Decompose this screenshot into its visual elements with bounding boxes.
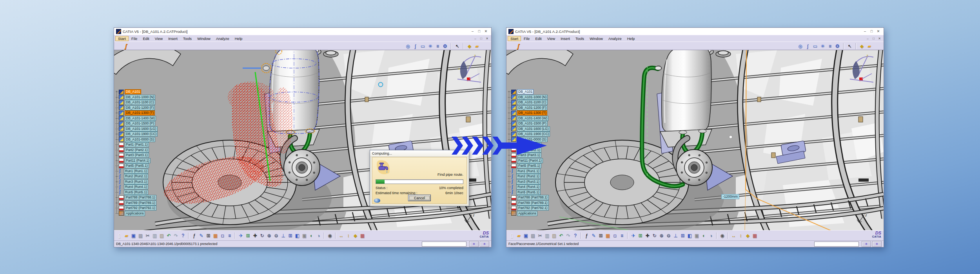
tree-item[interactable]: DB_A101-1100 (C) [115,100,158,105]
select-cursor-icon[interactable]: ↖ [846,43,853,50]
tree-node-icon[interactable] [119,185,123,189]
catalog-icon[interactable]: ▰ [866,43,873,50]
tree-node-icon[interactable] [119,142,124,147]
menu-analyze[interactable]: Analyze [213,36,232,41]
mdi-minimize-icon[interactable]: ‒ [473,37,477,40]
tree-node-icon[interactable] [119,211,124,216]
tree-node-icon[interactable] [511,158,516,163]
tree-node-icon[interactable] [119,175,123,178]
tree-node-icon[interactable] [119,116,124,121]
iso-view-icon[interactable]: ◧ [686,233,693,239]
tree-node-icon[interactable] [511,206,516,211]
print-icon[interactable]: ▤ [530,233,536,239]
iso-view-icon[interactable]: ◧ [294,233,301,239]
task-list-icon[interactable]: ≡ [827,43,833,50]
measure-between-icon[interactable]: ↔ [338,233,345,239]
task-list-icon[interactable]: ≡ [434,43,441,50]
zoom-in-icon[interactable]: ⊕ [266,233,272,239]
tree-node-icon[interactable] [119,206,124,211]
close-button[interactable]: ✕ [483,29,489,33]
cancel-button[interactable]: Cancel [408,195,431,201]
tree-item[interactable]: Part789 (Part789.1) [508,200,550,206]
tree-node-icon[interactable] [511,180,515,184]
tree-node-icon[interactable] [119,95,124,99]
tree-node-icon[interactable] [511,111,516,115]
tree-node-icon[interactable] [119,126,124,131]
tree-node-icon[interactable] [119,169,123,173]
update-swirl-icon[interactable]: ◎ [405,43,411,50]
tree-node-icon[interactable] [119,200,124,205]
measure-item-icon[interactable]: ↕ [737,233,744,239]
redo-icon[interactable]: ↷ [172,233,179,239]
tree-item[interactable]: Applications [508,211,550,216]
tree-node-icon[interactable] [511,175,515,178]
tree-node-icon[interactable] [511,190,515,194]
catalog-browser-icon[interactable]: ◆ [858,43,865,50]
fly-mode-icon[interactable]: ✈ [238,233,244,239]
mdi-minimize-icon[interactable]: ‒ [866,37,870,40]
power-input-field[interactable] [814,242,859,247]
undo-icon[interactable]: ↶ [165,233,172,239]
menu-file[interactable]: File [129,36,140,41]
whats-this-icon[interactable]: ? [180,233,186,239]
formula-icon[interactable]: ƒ [583,233,590,239]
open-folder-icon[interactable]: ▰ [515,233,522,239]
menu-start[interactable]: Start [115,36,129,41]
annotations-icon[interactable]: ▦ [359,233,366,239]
tree-node-icon[interactable] [119,132,124,137]
tree-node-icon[interactable] [511,121,516,126]
maximize-button[interactable]: □ [476,29,483,33]
tree-node-icon[interactable] [511,200,516,205]
tree-node-icon[interactable] [511,100,516,105]
measure-item-icon[interactable]: ↕ [345,233,352,239]
tree-item[interactable]: Run5 (Run5.1) [115,190,158,195]
screen-preview-icon[interactable]: ▭ [812,43,818,50]
quick-view-icon[interactable]: ▣ [693,233,700,239]
menu-insert[interactable]: Insert [558,36,573,41]
flexible-pipe-icon[interactable]: ʃ [517,43,519,49]
tree-node-icon[interactable] [511,95,516,99]
tree-node-icon[interactable] [511,185,515,189]
rotate-icon[interactable]: ↻ [259,233,265,239]
minimize-button[interactable]: – [862,29,868,33]
tree-item[interactable]: Part3 (Part3.1) [115,153,158,158]
formula-icon[interactable]: ƒ [191,233,198,239]
rules-icon[interactable]: ≡ [619,233,625,239]
tree-item[interactable]: Part2 (Part2.1) [115,148,158,153]
fly-mode-icon[interactable]: ✈ [630,233,637,239]
point-constraint-icon[interactable]: ✳ [427,43,434,50]
tree-item[interactable]: DB_A101-1200 (F) [508,105,550,111]
screen-preview-icon[interactable]: ▭ [419,43,426,50]
tree-item[interactable]: Part5 (Part5.1) [115,163,158,169]
new-document-icon[interactable]: ▯ [116,233,123,239]
menu-insert[interactable]: Insert [165,36,180,41]
tree-node-icon[interactable] [511,211,516,216]
pan-icon[interactable]: ✚ [252,233,258,239]
tree-node-icon[interactable] [119,105,124,110]
tree-item[interactable]: DB_A101-1400 (W) [508,116,550,121]
tree-node-icon[interactable] [119,180,123,184]
lock-icon[interactable]: ◘ [219,233,226,239]
minimize-button[interactable]: – [469,29,476,33]
tree-item[interactable]: DB_A101-1300 (T) [115,110,158,116]
mdi-close-icon[interactable]: ✕ [877,37,882,40]
print-icon[interactable]: ▤ [137,233,144,239]
tree-item[interactable]: DB_A101-1200 (F) [115,105,158,111]
status-tool-1-icon[interactable]: ∗ [469,241,479,247]
render-style-icon[interactable]: ◐ [701,233,707,239]
measure-inertia-icon[interactable]: ◆ [744,233,751,239]
quick-view-icon[interactable]: ▣ [301,233,308,239]
normal-view-icon[interactable]: ⊥ [672,233,679,239]
design-table-icon[interactable]: ▦ [212,233,219,239]
tree-item[interactable]: Part792 (Part792.1) [508,206,550,211]
menu-view[interactable]: View [152,36,165,41]
update-swirl-icon[interactable]: ◎ [797,43,804,50]
tree-item[interactable]: Run1 (Run1.1) [508,169,550,174]
tree-item[interactable]: Run1 (Run1.1) [115,169,158,174]
tree-node-icon[interactable] [119,190,123,194]
tree-item[interactable]: Run2 (Run2.1) [508,174,550,179]
measure-between-icon[interactable]: ↔ [730,233,737,239]
measure-inertia-icon[interactable]: ◆ [352,233,359,239]
menu-help[interactable]: Help [624,36,638,41]
tree-item[interactable]: Part788 (Part788.1) [115,195,158,200]
